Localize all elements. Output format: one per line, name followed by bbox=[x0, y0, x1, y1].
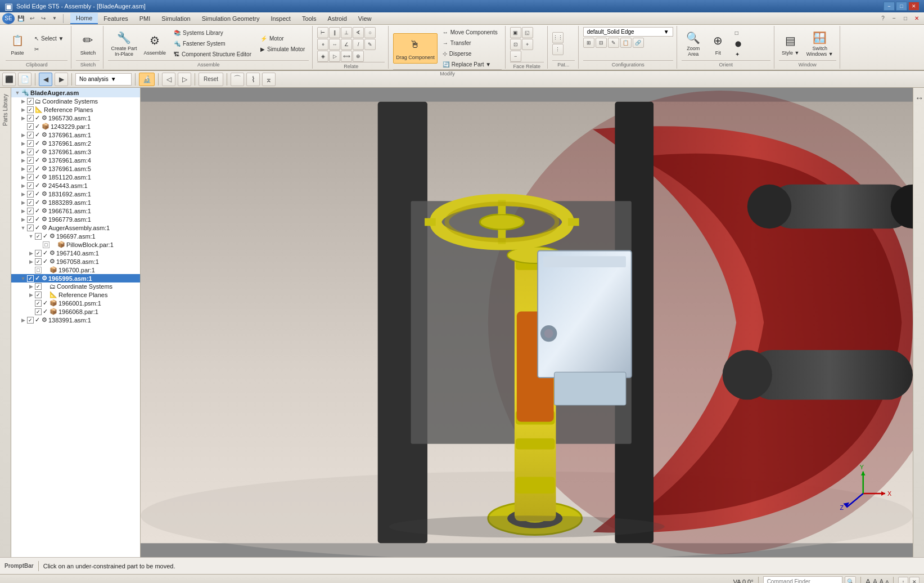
tree-245443[interactable]: ▶ ✓ ✓ ⚙ 245443.asm:1 bbox=[11, 181, 140, 190]
tree-1966001[interactable]: ✓ ✓ 📦 1966001.psm:1 bbox=[11, 299, 140, 307]
orient-btn-1[interactable]: □ bbox=[731, 28, 770, 38]
relate-btn-13[interactable]: ⟺ bbox=[341, 51, 352, 62]
tree-1966068[interactable]: ✓ ✓ 📦 1966068.par:1 bbox=[11, 307, 140, 316]
toolbar-prev-btn[interactable]: ◁ bbox=[162, 73, 175, 86]
tree-1967140[interactable]: ▶ ✓ ✓ ⚙ 1967140.asm:1 bbox=[11, 249, 140, 257]
disperse-button[interactable]: ⊹ Disperse bbox=[439, 48, 502, 59]
toolbar-btn-back[interactable]: ◀ bbox=[39, 73, 52, 86]
relate-btn-10[interactable]: ✎ bbox=[364, 39, 376, 50]
viewport[interactable]: X Y Z bbox=[141, 88, 913, 557]
chk-11[interactable]: ✓ bbox=[27, 182, 34, 189]
maximize-button[interactable]: □ bbox=[896, 2, 907, 11]
right-tab-1[interactable]: ↕ bbox=[912, 92, 925, 105]
menu-features[interactable]: Features bbox=[98, 13, 133, 24]
chk-6[interactable]: ✓ bbox=[27, 140, 34, 147]
save-qa-button[interactable]: 💾 bbox=[16, 14, 26, 24]
face-btn-4[interactable]: + bbox=[522, 39, 533, 50]
status-up-btn[interactable]: ↑ bbox=[898, 577, 908, 584]
tree-reference-planes-1[interactable]: ▶ ✓ 📐 Reference Planes bbox=[11, 105, 140, 114]
systems-library-button[interactable]: 📚 Systems Library bbox=[170, 28, 255, 38]
chk-26[interactable]: ✓ bbox=[35, 308, 42, 315]
tree-1851120[interactable]: ▶ ✓ ✓ ⚙ 1851120.asm:1 bbox=[11, 173, 140, 181]
drag-component-button[interactable]: 🖱 Drag Component bbox=[393, 33, 438, 64]
config-btn-3[interactable]: ✎ bbox=[608, 38, 619, 48]
tree-pillowblock[interactable]: □ 📦 PillowBlock.par:1 bbox=[11, 240, 140, 249]
chk-12[interactable]: ✓ bbox=[27, 191, 34, 198]
component-structure-button[interactable]: 🏗 Component Structure Editor bbox=[170, 50, 255, 60]
toolbar-btn-parts[interactable]: 📄 bbox=[18, 73, 31, 86]
orient-btn-2[interactable]: ⬤ bbox=[731, 39, 770, 49]
tree-1376961-2[interactable]: ▶ ✓ ✓ ⚙ 1376961.asm:2 bbox=[11, 139, 140, 147]
move-components-button[interactable]: ↔ Move Components bbox=[439, 27, 502, 37]
toolbar-analyze-btn[interactable]: 🔬 bbox=[139, 73, 155, 86]
chk-23[interactable]: ✓ bbox=[35, 283, 42, 290]
qa-dropdown[interactable]: ▼ bbox=[49, 14, 60, 24]
assemble-button[interactable]: ⚙ Assemble bbox=[141, 29, 169, 59]
menu-astroid[interactable]: Astroid bbox=[322, 13, 353, 24]
tree-1383991[interactable]: ▶ ✓ ✓ ⚙ 1383991.asm:1 bbox=[11, 316, 140, 324]
menu-home[interactable]: Home bbox=[70, 13, 98, 24]
tree-1965995[interactable]: ▼ ✓ ✓ ⚙ 1965995.asm:1 bbox=[11, 274, 140, 282]
tree-coordinate-systems-1[interactable]: ▶ ✓ 🗂 Coordinate Systems bbox=[11, 97, 140, 105]
chk-22[interactable]: ✓ bbox=[27, 275, 34, 282]
chk-1[interactable]: ✓ bbox=[27, 98, 34, 105]
chk-17[interactable]: ✓ bbox=[35, 233, 42, 240]
tree-coord-sys-2[interactable]: ▶ ✓ 🗂 Coordinate Systems bbox=[11, 282, 140, 290]
tree-196700[interactable]: □ 📦 196700.par:1 bbox=[11, 266, 140, 274]
chk-20[interactable]: ✓ bbox=[35, 258, 42, 265]
tree-1376961-4[interactable]: ▶ ✓ ✓ ⚙ 1376961.asm:4 bbox=[11, 156, 140, 164]
menu-simulation[interactable]: Simulation bbox=[156, 13, 196, 24]
relate-btn-4[interactable]: ∢ bbox=[353, 27, 364, 38]
face-btn-3[interactable]: ⊡ bbox=[510, 39, 521, 50]
create-part-button[interactable]: 🔧 Create PartIn-Place bbox=[108, 29, 139, 59]
switch-windows-button[interactable]: 🪟 SwitchWindows ▼ bbox=[804, 29, 836, 59]
simulate-motor-button[interactable]: ▶ Simulate Motor bbox=[256, 44, 309, 54]
viewport-canvas[interactable]: X Y Z bbox=[141, 88, 913, 557]
paste-button[interactable]: 📋 Paste bbox=[6, 29, 29, 59]
relate-btn-5[interactable]: ○ bbox=[364, 27, 376, 38]
tree-1831692[interactable]: ▶ ✓ ✓ ⚙ 1831692.asm:1 bbox=[11, 190, 140, 198]
transfer-button[interactable]: → Transfer bbox=[439, 38, 502, 48]
tree-1376961-1[interactable]: ▶ ✓ ✓ ⚙ 1376961.asm:1 bbox=[11, 131, 140, 139]
config-btn-2[interactable]: ⊟ bbox=[596, 38, 607, 48]
chk-15[interactable]: ✓ bbox=[27, 216, 34, 223]
toolbar-curve-3[interactable]: ⌅ bbox=[262, 73, 276, 86]
tree-auger-assembly[interactable]: ▼ ✓ ✓ ⚙ AugerAssembly.asm:1 bbox=[11, 223, 140, 232]
clipboard-cut[interactable]: ✂ bbox=[30, 44, 67, 54]
relate-btn-9[interactable]: / bbox=[353, 39, 364, 50]
tree-ref-planes-2[interactable]: ▶ ✓ 📐 Reference Planes bbox=[11, 290, 140, 299]
chk-25[interactable]: ✓ bbox=[35, 300, 42, 307]
relate-btn-8[interactable]: ∠ bbox=[341, 39, 352, 50]
relate-btn-2[interactable]: ‖ bbox=[329, 27, 340, 38]
fit-button[interactable]: ⊕ Fit bbox=[706, 29, 730, 59]
chk-27[interactable]: ✓ bbox=[27, 317, 34, 324]
toolbar-btn-display[interactable]: ⬛ bbox=[2, 73, 16, 86]
sketch-button[interactable]: ✏ Sketch bbox=[76, 29, 100, 59]
menu-pmi[interactable]: PMI bbox=[134, 13, 156, 24]
tree-1376961-3[interactable]: ▶ ✓ ✓ ⚙ 1376961.asm:3 bbox=[11, 147, 140, 156]
face-btn-5[interactable]: − bbox=[510, 51, 521, 62]
toolbar-btn-fwd[interactable]: ▶ bbox=[55, 73, 68, 86]
config-btn-1[interactable]: ⊞ bbox=[583, 38, 594, 48]
chk-13[interactable]: ✓ bbox=[27, 199, 34, 206]
orient-btn-3[interactable]: ✦ bbox=[731, 50, 770, 60]
minimize-button[interactable]: − bbox=[884, 2, 895, 11]
relate-btn-1[interactable]: ⊢ bbox=[317, 27, 328, 38]
app-menu-icon[interactable]: SE bbox=[2, 13, 15, 24]
style-button[interactable]: ▤ Style ▼ bbox=[779, 29, 803, 59]
relate-btn-3[interactable]: ⊥ bbox=[341, 27, 352, 38]
menu-view[interactable]: View bbox=[353, 13, 377, 24]
menu-inspect[interactable]: Inspect bbox=[265, 13, 296, 24]
status-close-btn[interactable]: ✕ bbox=[909, 577, 920, 584]
chk-8[interactable]: ✓ bbox=[27, 157, 34, 164]
motor-button[interactable]: ⚡ Motor bbox=[256, 33, 309, 43]
chk-9[interactable]: ✓ bbox=[27, 165, 34, 172]
pat-btn-2[interactable]: ⋮ bbox=[552, 44, 564, 55]
parts-library-tab[interactable]: Parts Library bbox=[1, 90, 10, 130]
chk-7[interactable]: ✓ bbox=[27, 149, 34, 155]
face-btn-1[interactable]: ▣ bbox=[510, 27, 521, 38]
chk-10[interactable]: ✓ bbox=[27, 174, 34, 181]
relate-btn-11[interactable]: ◈ bbox=[317, 51, 328, 62]
window-close[interactable]: ✕ bbox=[912, 14, 922, 24]
chk-4[interactable]: ✓ bbox=[27, 123, 34, 130]
